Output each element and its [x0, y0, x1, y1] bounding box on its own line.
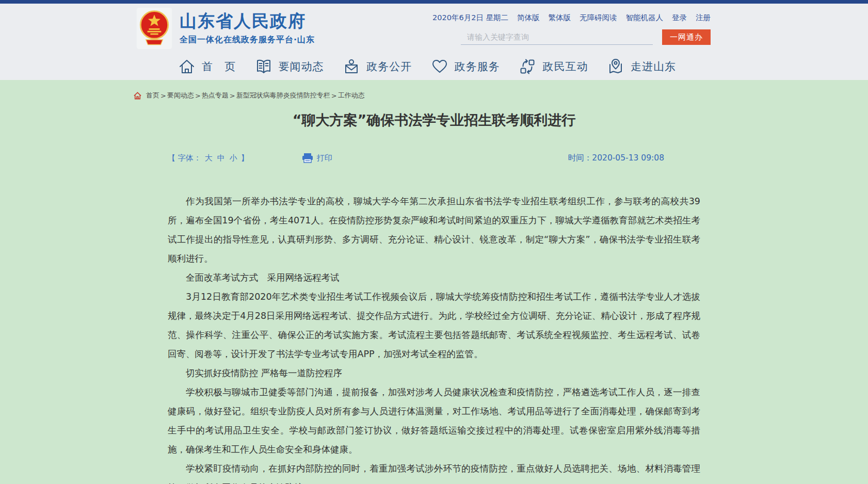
breadcrumb: 首页>要闻动态>热点专题>新型冠状病毒肺炎疫情防控专栏>工作动态 — [133, 80, 868, 100]
nav-item[interactable]: 走进山东 — [607, 58, 676, 75]
font-size-option[interactable]: 小 — [230, 153, 237, 163]
breadcrumb-separator: > — [160, 92, 166, 100]
nav-item-label: 要闻动态 — [279, 59, 324, 74]
printer-icon — [302, 153, 313, 163]
portal-button[interactable]: 一网通办 — [662, 29, 711, 45]
mail-open-icon — [343, 58, 360, 75]
top-link[interactable]: 登录 — [672, 13, 687, 23]
article-paragraph: 作为我国第一所举办书法学专业的高校，聊城大学今年第二次承担山东省书法学专业招生联… — [168, 192, 700, 268]
font-size-control: 【 字体： 大中小 】 — [168, 153, 249, 163]
search-area: 一网通办 — [380, 29, 711, 45]
breadcrumb-separator: > — [195, 92, 201, 100]
article-paragraph: 切实抓好疫情防控 严格每一道防控程序 — [168, 364, 700, 383]
article-meta: 【 字体： 大中小 】 打印 时间：2020-05-13 09:08 — [168, 153, 700, 164]
top-link[interactable]: 简体版 — [517, 13, 540, 23]
site-header: 山东省人民政府 全国一体化在线政务服务平台·山东 2020年6月2日 星期二 简… — [0, 4, 868, 80]
print-button[interactable]: 打印 — [302, 153, 332, 163]
news-book-icon — [255, 58, 272, 75]
breadcrumb-item[interactable]: 首页 — [146, 91, 159, 100]
breadcrumb-item[interactable]: 新型冠状病毒肺炎疫情防控专栏 — [236, 91, 330, 100]
top-link[interactable]: 繁体版 — [549, 13, 571, 23]
font-size-suffix: 】 — [241, 153, 249, 163]
breadcrumb-separator: > — [230, 92, 235, 100]
article-title: “聊大方案”确保书法学专业招生联考顺利进行 — [168, 110, 700, 130]
nav-item-label: 政民互动 — [542, 59, 588, 74]
heart-icon — [431, 58, 448, 75]
top-link[interactable]: 注册 — [696, 13, 711, 23]
header-right: 2020年6月2日 星期二 简体版繁体版无障碍阅读智能机器人登录注册 一网通办 — [380, 13, 711, 45]
nav-item[interactable]: 政务服务 — [431, 58, 500, 75]
article-body: 作为我国第一所举办书法学专业的高校，聊城大学今年第二次承担山东省书法学专业招生联… — [168, 192, 700, 484]
article: “聊大方案”确保书法学专业招生联考顺利进行 【 字体： 大中小 】 打印 时间：… — [168, 110, 700, 484]
site-subtitle: 全国一体化在线政务服务平台·山东 — [180, 35, 315, 45]
font-size-options: 大中小 — [205, 153, 237, 163]
article-paragraph: 全面改革考试方式 采用网络远程考试 — [168, 268, 700, 287]
publish-time: 时间：2020-05-13 09:08 — [568, 153, 664, 164]
brand-text: 山东省人民政府 全国一体化在线政务服务平台·山东 — [180, 11, 315, 45]
page-content: 首页>要闻动态>热点专题>新型冠状病毒肺炎疫情防控专栏>工作动态 “聊大方案”确… — [0, 80, 868, 484]
print-label: 打印 — [317, 153, 332, 163]
font-size-prefix: 【 字体： — [168, 153, 201, 163]
article-paragraph: 3月12日教育部2020年艺术类专业招生考试工作视频会议后，聊城大学统筹疫情防控… — [168, 287, 700, 364]
nav-item-label: 首 页 — [202, 59, 236, 74]
nav-item-label: 政务服务 — [455, 59, 500, 74]
breadcrumb-item[interactable]: 工作动态 — [338, 91, 365, 100]
main-nav: 首 页 要闻动态 政务公开 政务服务 政民互动 — [178, 53, 676, 80]
home-icon — [178, 58, 196, 75]
top-accent-strip — [0, 0, 868, 4]
site-title: 山东省人民政府 — [180, 11, 315, 31]
nav-item[interactable]: 首 页 — [178, 58, 236, 75]
nav-item[interactable]: 要闻动态 — [255, 58, 324, 75]
exchange-icon — [519, 58, 536, 75]
article-paragraph: 学校紧盯疫情动向，在抓好内部防控的同时，着重加强考试涉外环节的疫情防控，重点做好… — [168, 459, 700, 484]
header-top: 山东省人民政府 全国一体化在线政务服务平台·山东 2020年6月2日 星期二 简… — [0, 4, 868, 53]
breadcrumb-trail: 首页>要闻动态>热点专题>新型冠状病毒肺炎疫情防控专栏>工作动态 — [146, 91, 365, 100]
map-pin-icon — [607, 58, 624, 75]
top-link[interactable]: 智能机器人 — [626, 13, 664, 23]
breadcrumb-item[interactable]: 要闻动态 — [167, 91, 194, 100]
article-paragraph: 学校积极与聊城市卫健委等部门沟通，提前报备，加强对涉考人员健康状况检查和疫情防控… — [168, 383, 700, 459]
nav-item[interactable]: 政民互动 — [519, 58, 588, 75]
nav-item-label: 走进山东 — [631, 59, 676, 74]
top-link[interactable]: 无障碍阅读 — [580, 13, 617, 23]
current-date: 2020年6月2日 星期二 — [432, 13, 508, 23]
search-input[interactable] — [461, 29, 653, 45]
top-link-list: 简体版繁体版无障碍阅读智能机器人登录注册 — [517, 13, 711, 23]
nav-item-label: 政务公开 — [366, 59, 412, 74]
breadcrumb-home-icon — [133, 91, 142, 100]
breadcrumb-separator: > — [331, 92, 337, 100]
font-size-option[interactable]: 大 — [205, 153, 213, 163]
national-emblem-icon — [136, 7, 173, 50]
breadcrumb-item[interactable]: 热点专题 — [202, 91, 229, 100]
font-size-option[interactable]: 中 — [217, 153, 225, 163]
top-utility-bar: 2020年6月2日 星期二 简体版繁体版无障碍阅读智能机器人登录注册 — [380, 13, 711, 23]
site-brand[interactable]: 山东省人民政府 全国一体化在线政务服务平台·山东 — [136, 7, 315, 50]
nav-item[interactable]: 政务公开 — [343, 58, 412, 75]
